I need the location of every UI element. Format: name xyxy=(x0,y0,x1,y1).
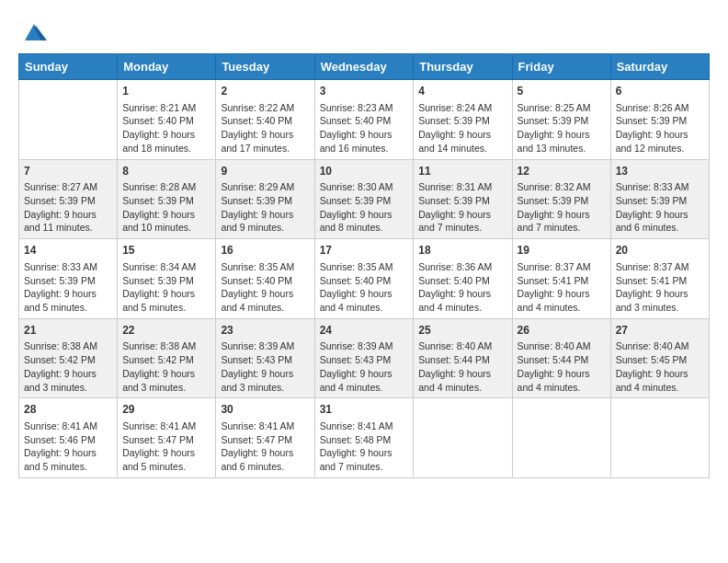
daylight: Daylight: 9 hours and 4 minutes. xyxy=(320,368,392,393)
sunrise: Sunrise: 8:41 AM xyxy=(320,420,393,431)
day-number: 18 xyxy=(418,243,506,259)
logo-general xyxy=(18,18,47,44)
calendar-week-row: 14Sunrise: 8:33 AMSunset: 5:39 PMDayligh… xyxy=(19,239,710,319)
day-number: 31 xyxy=(320,402,409,418)
day-number: 30 xyxy=(221,402,309,418)
calendar-week-row: 21Sunrise: 8:38 AMSunset: 5:42 PMDayligh… xyxy=(19,318,710,398)
sunset: Sunset: 5:39 PM xyxy=(24,195,96,206)
sunrise: Sunrise: 8:40 AM xyxy=(616,340,689,351)
sunrise: Sunrise: 8:32 AM xyxy=(518,181,591,192)
daylight: Daylight: 9 hours and 3 minutes. xyxy=(221,368,293,393)
sunset: Sunset: 5:46 PM xyxy=(24,434,96,445)
calendar-cell xyxy=(610,398,709,478)
day-number: 21 xyxy=(24,323,112,339)
sunrise: Sunrise: 8:37 AM xyxy=(616,261,689,272)
sunset: Sunset: 5:39 PM xyxy=(616,195,688,206)
sunrise: Sunrise: 8:37 AM xyxy=(518,261,591,272)
calendar-cell: 5Sunrise: 8:25 AMSunset: 5:39 PMDaylight… xyxy=(512,80,610,160)
sunrise: Sunrise: 8:28 AM xyxy=(122,181,196,192)
daylight: Daylight: 9 hours and 12 minutes. xyxy=(616,129,688,154)
sunrise: Sunrise: 8:21 AM xyxy=(122,102,196,113)
calendar-cell: 15Sunrise: 8:34 AMSunset: 5:39 PMDayligh… xyxy=(118,239,216,319)
calendar-cell: 21Sunrise: 8:38 AMSunset: 5:42 PMDayligh… xyxy=(19,318,118,398)
calendar-cell: 14Sunrise: 8:33 AMSunset: 5:39 PMDayligh… xyxy=(19,239,118,319)
day-number: 26 xyxy=(518,323,606,339)
sunrise: Sunrise: 8:22 AM xyxy=(221,102,294,113)
sunrise: Sunrise: 8:23 AM xyxy=(320,102,393,113)
sunset: Sunset: 5:39 PM xyxy=(418,195,490,206)
calendar-cell: 31Sunrise: 8:41 AMSunset: 5:48 PMDayligh… xyxy=(314,398,414,478)
sunset: Sunset: 5:47 PM xyxy=(122,434,194,445)
day-number: 7 xyxy=(24,164,112,179)
daylight: Daylight: 9 hours and 4 minutes. xyxy=(418,368,491,393)
day-number: 19 xyxy=(518,243,606,259)
sunset: Sunset: 5:45 PM xyxy=(616,354,688,365)
calendar-cell: 3Sunrise: 8:23 AMSunset: 5:40 PMDaylight… xyxy=(314,80,414,160)
daylight: Daylight: 9 hours and 16 minutes. xyxy=(320,129,392,154)
sunset: Sunset: 5:39 PM xyxy=(24,275,96,286)
day-number: 11 xyxy=(418,164,506,179)
day-number: 27 xyxy=(616,323,704,339)
header-sunday: Sunday xyxy=(19,54,118,80)
calendar-cell: 19Sunrise: 8:37 AMSunset: 5:41 PMDayligh… xyxy=(512,239,610,319)
calendar-cell: 20Sunrise: 8:37 AMSunset: 5:41 PMDayligh… xyxy=(610,239,709,319)
sunset: Sunset: 5:42 PM xyxy=(24,354,96,365)
day-number: 1 xyxy=(122,84,210,99)
daylight: Daylight: 9 hours and 11 minutes. xyxy=(24,209,97,234)
sunrise: Sunrise: 8:33 AM xyxy=(616,181,689,192)
calendar-cell xyxy=(414,398,512,478)
day-number: 20 xyxy=(616,243,704,259)
day-number: 12 xyxy=(518,164,606,179)
sunset: Sunset: 5:39 PM xyxy=(221,195,292,206)
calendar-cell: 12Sunrise: 8:32 AMSunset: 5:39 PMDayligh… xyxy=(512,159,610,239)
daylight: Daylight: 9 hours and 4 minutes. xyxy=(518,288,590,313)
day-number: 25 xyxy=(418,323,506,339)
daylight: Daylight: 9 hours and 4 minutes. xyxy=(616,368,688,393)
daylight: Daylight: 9 hours and 13 minutes. xyxy=(518,129,590,154)
sunset: Sunset: 5:40 PM xyxy=(221,115,292,126)
sunset: Sunset: 5:43 PM xyxy=(320,354,392,365)
sunrise: Sunrise: 8:30 AM xyxy=(320,181,393,192)
calendar-cell: 28Sunrise: 8:41 AMSunset: 5:46 PMDayligh… xyxy=(19,398,118,478)
sunset: Sunset: 5:48 PM xyxy=(320,434,392,445)
sunset: Sunset: 5:39 PM xyxy=(418,115,490,126)
sunrise: Sunrise: 8:38 AM xyxy=(122,340,196,351)
sunrise: Sunrise: 8:39 AM xyxy=(221,340,294,351)
sunrise: Sunrise: 8:41 AM xyxy=(221,420,294,431)
header-tuesday: Tuesday xyxy=(216,54,314,80)
daylight: Daylight: 9 hours and 3 minutes. xyxy=(122,368,195,393)
sunset: Sunset: 5:47 PM xyxy=(221,434,292,445)
sunset: Sunset: 5:39 PM xyxy=(320,195,392,206)
calendar-cell: 11Sunrise: 8:31 AMSunset: 5:39 PMDayligh… xyxy=(414,159,512,239)
day-number: 22 xyxy=(122,323,210,339)
sunrise: Sunrise: 8:25 AM xyxy=(518,102,591,113)
calendar-week-row: 1Sunrise: 8:21 AMSunset: 5:40 PMDaylight… xyxy=(19,80,710,160)
sunrise: Sunrise: 8:41 AM xyxy=(122,420,196,431)
sunrise: Sunrise: 8:35 AM xyxy=(320,261,393,272)
calendar-cell: 17Sunrise: 8:35 AMSunset: 5:40 PMDayligh… xyxy=(314,239,414,319)
sunrise: Sunrise: 8:38 AM xyxy=(24,340,97,351)
calendar-cell: 10Sunrise: 8:30 AMSunset: 5:39 PMDayligh… xyxy=(314,159,414,239)
sunset: Sunset: 5:39 PM xyxy=(518,115,589,126)
daylight: Daylight: 9 hours and 4 minutes. xyxy=(418,288,491,313)
calendar-header-row: SundayMondayTuesdayWednesdayThursdayFrid… xyxy=(19,54,710,80)
sunset: Sunset: 5:40 PM xyxy=(122,115,194,126)
sunset: Sunset: 5:40 PM xyxy=(320,115,392,126)
calendar-cell: 24Sunrise: 8:39 AMSunset: 5:43 PMDayligh… xyxy=(314,318,414,398)
sunrise: Sunrise: 8:29 AM xyxy=(221,181,294,192)
logo-icon xyxy=(21,18,47,44)
day-number: 5 xyxy=(518,84,606,99)
daylight: Daylight: 9 hours and 6 minutes. xyxy=(616,209,688,234)
header-monday: Monday xyxy=(118,54,216,80)
sunrise: Sunrise: 8:31 AM xyxy=(418,181,492,192)
daylight: Daylight: 9 hours and 8 minutes. xyxy=(320,209,392,234)
daylight: Daylight: 9 hours and 6 minutes. xyxy=(221,447,293,472)
day-number: 16 xyxy=(221,243,309,259)
day-number: 28 xyxy=(24,402,112,418)
daylight: Daylight: 9 hours and 3 minutes. xyxy=(616,288,688,313)
day-number: 3 xyxy=(320,84,409,99)
calendar-cell: 29Sunrise: 8:41 AMSunset: 5:47 PMDayligh… xyxy=(118,398,216,478)
sunset: Sunset: 5:39 PM xyxy=(616,115,688,126)
calendar-cell: 4Sunrise: 8:24 AMSunset: 5:39 PMDaylight… xyxy=(414,80,512,160)
header-saturday: Saturday xyxy=(610,54,709,80)
